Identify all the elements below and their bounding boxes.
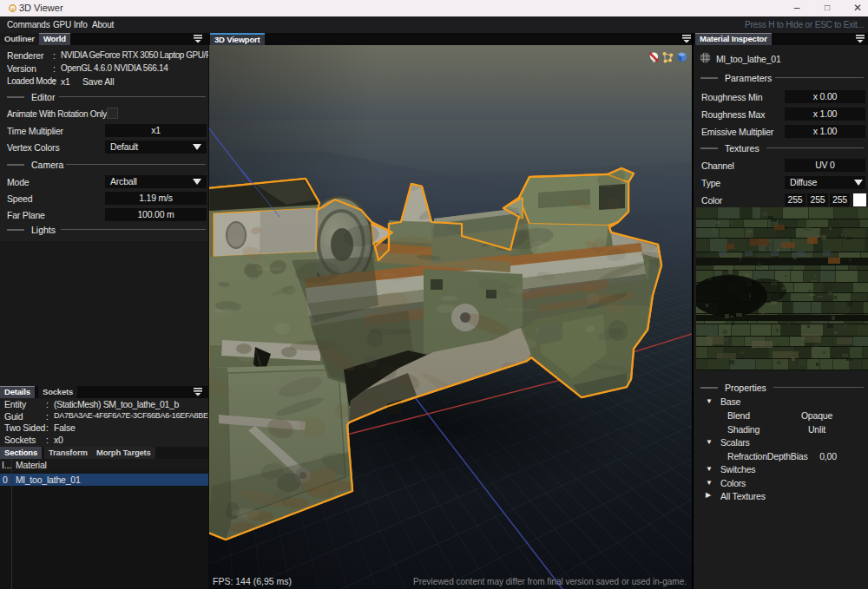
svg-text:u: u xyxy=(11,6,14,11)
